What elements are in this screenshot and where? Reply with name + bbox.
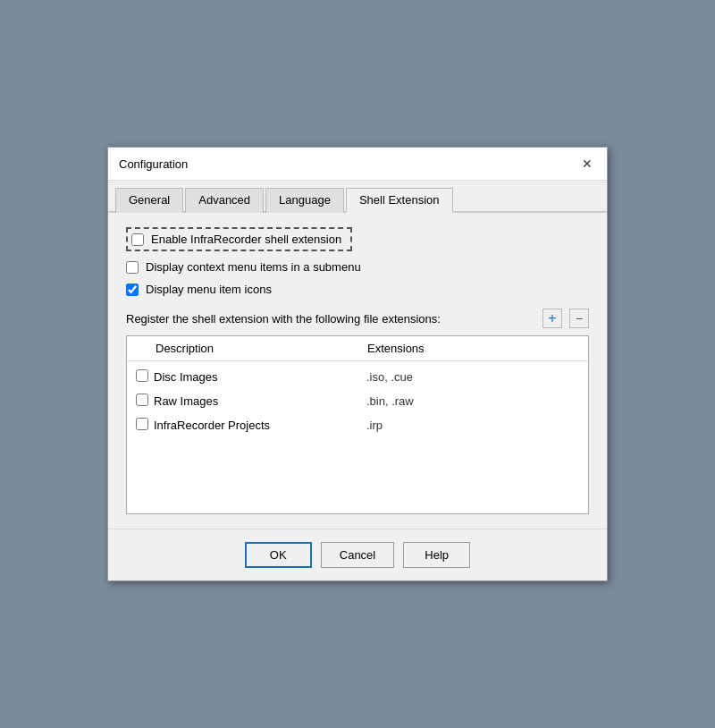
- tab-bar: General Advanced Language Shell Extensio…: [108, 181, 607, 213]
- menu-icons-checkbox[interactable]: [126, 284, 139, 296]
- table-row: InfraRecorder Projects .irp: [136, 413, 579, 437]
- irp-checkbox[interactable]: [136, 418, 148, 430]
- tab-shell-extension[interactable]: Shell Extension: [346, 188, 453, 213]
- title-bar: Configuration ✕: [108, 148, 607, 181]
- help-button[interactable]: Help: [403, 542, 470, 568]
- table-row: Raw Images .bin, .raw: [136, 389, 579, 413]
- register-row: Register the shell extension with the fo…: [126, 309, 589, 328]
- col-extensions-header: Extensions: [367, 342, 579, 355]
- enable-shell-ext-checkbox[interactable]: [131, 233, 144, 246]
- disc-images-checkbox[interactable]: [136, 369, 148, 382]
- ok-button[interactable]: OK: [245, 542, 312, 568]
- table-header: Description Extensions: [127, 336, 588, 361]
- remove-extension-button[interactable]: −: [569, 309, 589, 328]
- dialog-footer: OK Cancel Help: [108, 529, 607, 580]
- raw-images-checkbox[interactable]: [136, 394, 148, 406]
- table-body: Disc Images .iso, .cue Raw Images .bin, …: [127, 361, 588, 441]
- menu-icons-row: Display menu item icons: [126, 283, 589, 296]
- col-description-header: Description: [136, 342, 367, 355]
- tab-general[interactable]: General: [115, 188, 183, 213]
- tab-advanced[interactable]: Advanced: [185, 188, 264, 213]
- context-menu-row: Display context menu items in a submenu: [126, 260, 589, 274]
- table-row: Disc Images .iso, .cue: [136, 365, 579, 389]
- close-button[interactable]: ✕: [578, 155, 596, 173]
- tab-language[interactable]: Language: [265, 188, 344, 213]
- extension-table: Description Extensions Disc Images .iso,…: [126, 335, 589, 514]
- configuration-dialog: Configuration ✕ General Advanced Languag…: [107, 147, 608, 581]
- context-menu-checkbox[interactable]: [126, 261, 139, 274]
- enable-shell-ext-row[interactable]: Enable InfraRecorder shell extension: [131, 233, 341, 246]
- dialog-title: Configuration: [119, 157, 188, 171]
- shell-extension-panel: Enable InfraRecorder shell extension Dis…: [108, 213, 607, 529]
- cancel-button[interactable]: Cancel: [321, 542, 394, 568]
- add-extension-button[interactable]: +: [543, 309, 562, 328]
